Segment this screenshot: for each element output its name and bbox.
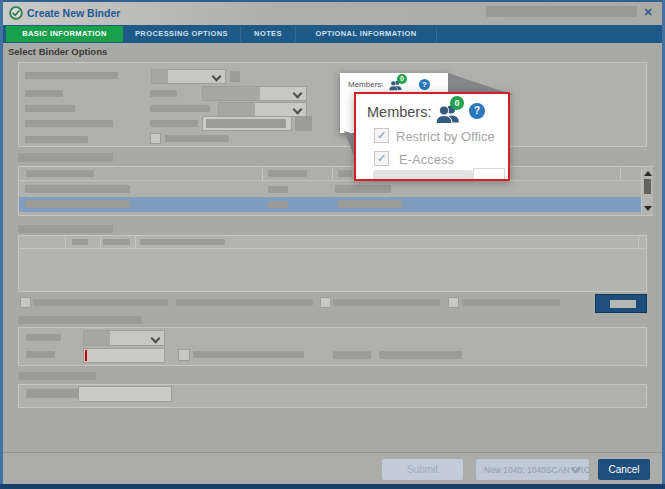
- member-count-badge: 0: [450, 96, 464, 110]
- column-divider: [135, 236, 136, 249]
- redacted-icon: [230, 71, 240, 82]
- redacted-section-title: [18, 225, 113, 233]
- title-bar: Create New Binder ✕: [3, 2, 662, 25]
- redacted-label: [26, 389, 78, 398]
- redacted-control-partial: [373, 170, 473, 181]
- checkbox[interactable]: [178, 349, 190, 361]
- redacted-label: [193, 351, 304, 358]
- required-text-field[interactable]: [83, 348, 165, 363]
- submit-button[interactable]: Submit: [382, 459, 463, 480]
- redacted-label: [165, 135, 229, 142]
- redacted-cell: [268, 201, 288, 208]
- window-border-left: [0, 0, 3, 489]
- redacted-label: [25, 136, 88, 143]
- redacted-label: [25, 90, 63, 97]
- e-access-label: E-Access: [399, 152, 454, 167]
- redacted-section-title: [18, 372, 96, 380]
- redacted-cell: [338, 200, 402, 208]
- help-icon-small[interactable]: ?: [419, 79, 430, 90]
- restrict-by-office-checkbox[interactable]: ✓: [374, 128, 389, 143]
- checkbox[interactable]: [150, 133, 161, 144]
- cancel-button[interactable]: Cancel: [598, 459, 650, 480]
- checkbox[interactable]: [20, 297, 31, 308]
- scrollbar-thumb[interactable]: [644, 179, 651, 194]
- column-divider: [262, 167, 263, 181]
- help-icon[interactable]: ?: [469, 103, 485, 119]
- redacted-column-header: [338, 170, 352, 177]
- window-title: Create New Binder: [27, 7, 120, 19]
- redacted-value: [150, 105, 210, 112]
- scroll-up-icon[interactable]: [644, 171, 652, 176]
- checkbox[interactable]: [448, 297, 459, 308]
- redacted-value: [150, 120, 198, 127]
- redacted-label: [333, 299, 440, 306]
- redacted-label: [333, 351, 371, 359]
- redacted-label: [33, 299, 168, 306]
- redacted-column-header: [72, 239, 88, 245]
- window-border-top: [0, 0, 665, 2]
- tab-basic-information[interactable]: BASIC INFORMATION: [6, 26, 123, 42]
- table-header-row: [19, 167, 652, 181]
- column-divider: [638, 236, 639, 249]
- text-field[interactable]: [78, 386, 172, 402]
- members-label: Members:: [367, 104, 431, 120]
- restrict-by-office-label: Restrict by Office: [396, 129, 495, 144]
- redacted-label: [25, 105, 75, 112]
- member-count-badge-small: 0: [397, 74, 407, 84]
- redacted-label: [25, 72, 118, 79]
- binder-type-select[interactable]: New 1040: 1040SCAN PRO: [476, 459, 589, 480]
- redacted-value: [219, 103, 255, 116]
- redacted-label: [26, 351, 55, 358]
- control-partial: [473, 168, 505, 181]
- members-label-small: Members:: [348, 80, 384, 89]
- close-icon[interactable]: ✕: [640, 6, 656, 21]
- column-divider: [332, 167, 333, 181]
- redacted-value: [152, 70, 168, 83]
- browse-button[interactable]: [295, 116, 312, 131]
- redacted-value: [206, 119, 286, 128]
- redacted-label: [25, 120, 113, 127]
- tab-processing-options[interactable]: PROCESSING OPTIONS: [123, 26, 241, 42]
- redacted-button-label: [610, 300, 636, 308]
- e-access-checkbox[interactable]: ✓: [374, 151, 389, 166]
- redacted-column-header: [140, 239, 225, 245]
- redacted-section-title: [18, 153, 113, 162]
- redacted-label: [379, 351, 462, 359]
- column-divider: [65, 236, 66, 249]
- checkbox[interactable]: [320, 297, 331, 308]
- redacted-label: [26, 334, 61, 341]
- redacted-section-title: [18, 316, 142, 324]
- redacted-label: [462, 299, 560, 306]
- redacted-column-header: [268, 170, 307, 177]
- redacted-cell: [25, 185, 130, 193]
- column-divider: [620, 167, 621, 181]
- redacted-column-header: [26, 170, 94, 177]
- redacted-value: [84, 331, 110, 345]
- column-divider: [100, 236, 101, 249]
- redacted-value: [203, 87, 260, 100]
- members-callout: Members: 0 ? ✓ Restrict by Office ✓ E-Ac…: [354, 92, 510, 181]
- scroll-down-icon[interactable]: [644, 206, 652, 211]
- tab-notes[interactable]: NOTES: [241, 26, 296, 42]
- title-redacted-text: [486, 6, 637, 17]
- redacted-label: [176, 299, 313, 306]
- required-caret: [85, 350, 87, 361]
- redacted-value: [150, 90, 177, 97]
- section-title: Select Binder Options: [8, 46, 107, 57]
- redacted-column-header: [103, 239, 130, 245]
- binder-check-icon: [9, 6, 23, 20]
- window-border-bottom: [0, 484, 665, 489]
- create-new-binder-dialog: Create New Binder ✕ BASIC INFORMATION PR…: [0, 0, 665, 489]
- redacted-cell: [335, 185, 391, 193]
- redacted-cell: [268, 186, 288, 193]
- redacted-cell: [25, 200, 130, 208]
- tab-optional-information[interactable]: OPTIONAL INFORMATION: [296, 26, 437, 42]
